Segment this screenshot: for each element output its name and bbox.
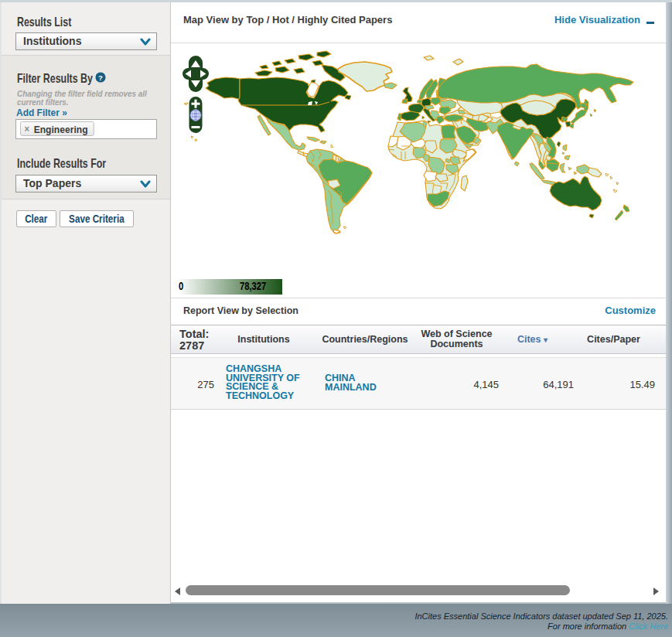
svg-text:?: ? xyxy=(98,73,103,82)
